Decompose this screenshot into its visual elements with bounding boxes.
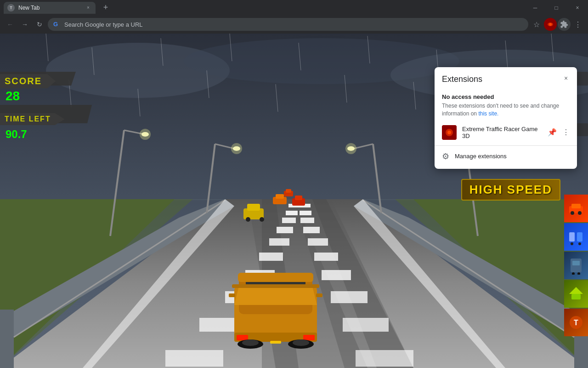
no-access-desc-text: These extensions don't need to see and c… — [442, 103, 559, 117]
svg-point-69 — [246, 217, 250, 222]
svg-rect-77 — [237, 335, 248, 340]
time-value: 90.7 — [6, 128, 27, 141]
game-area: SCORE 28 TIME LEFT 90.7 0.31 3.4 HIGH SP… — [0, 34, 588, 368]
extensions-button[interactable] — [558, 18, 571, 31]
time-label: TIME LEFT — [0, 113, 65, 125]
thumb-icon-2 — [567, 228, 585, 246]
svg-rect-118 — [572, 261, 580, 265]
svg-rect-38 — [314, 253, 338, 261]
extensions-popup: Extensions × No access needed These exte… — [435, 67, 577, 169]
high-speed-label: HIGH SPEED — [461, 179, 560, 201]
score-value: 28 — [6, 89, 20, 104]
window-controls: ─ □ × — [525, 0, 588, 15]
extension-item-racer[interactable]: Extreme Traffic Racer Game 3D 📌 ⋮ — [435, 121, 577, 144]
svg-point-119 — [572, 272, 575, 275]
svg-rect-37 — [308, 238, 328, 246]
svg-rect-74 — [238, 273, 313, 282]
svg-point-87 — [293, 339, 309, 346]
svg-rect-35 — [300, 218, 314, 223]
extensions-divider — [435, 145, 577, 146]
svg-point-115 — [571, 242, 573, 245]
manage-extensions-item[interactable]: ⚙ Manage extensions — [435, 148, 577, 165]
svg-rect-26 — [277, 227, 293, 233]
no-access-desc: These extensions don't need to see and c… — [435, 102, 577, 121]
svg-rect-79 — [270, 341, 281, 344]
game-thumb-3[interactable] — [564, 252, 588, 279]
back-button[interactable]: ← — [4, 18, 17, 31]
reload-button[interactable]: ↻ — [33, 18, 46, 31]
address-bar: ← → ↻ G Search Google or type a URL ☆ ⋮ — [0, 15, 588, 34]
svg-rect-42 — [356, 350, 413, 367]
score-label: SCORE — [0, 74, 56, 88]
svg-rect-39 — [322, 270, 351, 280]
svg-point-86 — [242, 339, 259, 346]
bookmark-button[interactable]: ☆ — [530, 18, 543, 31]
google-logo: G — [53, 21, 61, 28]
title-bar: T New Tab × + ─ □ × — [0, 0, 588, 15]
svg-rect-80 — [229, 293, 235, 297]
game-thumb-4[interactable] — [564, 280, 588, 308]
svg-marker-75 — [234, 287, 317, 305]
racer-icon-svg — [545, 19, 556, 30]
more-button[interactable]: ⋮ — [571, 18, 584, 31]
svg-rect-68 — [247, 204, 260, 211]
svg-point-112 — [578, 211, 582, 215]
svg-rect-64 — [276, 194, 284, 199]
svg-point-120 — [577, 272, 580, 275]
svg-rect-32 — [165, 350, 223, 367]
tab-close-button[interactable]: × — [85, 4, 92, 12]
extensions-popup-title: Extensions — [435, 75, 577, 90]
svg-rect-83 — [232, 284, 319, 288]
svg-rect-78 — [303, 335, 315, 340]
thumb-icon-1 — [567, 199, 585, 218]
svg-rect-62 — [286, 189, 291, 193]
close-button[interactable]: × — [567, 0, 588, 15]
thumb-icon-4 — [567, 285, 585, 303]
extension-more-button[interactable]: ⋮ — [562, 128, 570, 137]
new-tab-button[interactable]: + — [99, 1, 112, 14]
svg-rect-34 — [300, 211, 311, 215]
game-thumb-2[interactable] — [564, 223, 588, 251]
game-thumb-1[interactable] — [564, 195, 588, 222]
svg-text:T: T — [574, 319, 578, 327]
browser-tab[interactable]: T New Tab × — [4, 2, 96, 14]
svg-rect-114 — [577, 232, 582, 242]
svg-marker-122 — [569, 287, 583, 294]
thumb-icon-3 — [567, 256, 585, 275]
extension-racer-icon[interactable] — [544, 18, 557, 31]
svg-rect-18 — [0, 310, 14, 368]
thumb-icon-5: T — [567, 313, 585, 332]
svg-rect-36 — [303, 227, 320, 233]
game-thumb-5[interactable]: T — [564, 309, 588, 336]
svg-rect-40 — [331, 291, 368, 303]
svg-rect-81 — [316, 293, 322, 297]
extension-pin-button[interactable]: 📌 — [548, 128, 557, 137]
puzzle-icon — [560, 20, 568, 29]
this-site-link[interactable]: this site. — [478, 110, 498, 117]
svg-rect-28 — [259, 253, 283, 261]
svg-rect-25 — [282, 218, 296, 223]
maximize-button[interactable]: □ — [546, 0, 567, 15]
svg-rect-24 — [286, 211, 298, 215]
svg-point-127 — [447, 131, 451, 134]
svg-point-56 — [345, 143, 356, 154]
forward-button[interactable]: → — [18, 18, 31, 31]
minimize-button[interactable]: ─ — [525, 0, 546, 15]
no-access-title: No access needed — [435, 90, 577, 102]
extension-item-name: Extreme Traffic Racer Game 3D — [462, 126, 542, 139]
svg-point-111 — [571, 211, 574, 215]
svg-point-2 — [549, 23, 552, 26]
address-input-wrap[interactable]: G Search Google or type a URL — [48, 18, 528, 31]
toolbar-right: ☆ ⋮ — [530, 18, 584, 31]
svg-rect-113 — [569, 232, 575, 242]
svg-rect-41 — [343, 318, 389, 332]
extensions-close-button[interactable]: × — [560, 73, 571, 84]
gear-icon: ⚙ — [442, 151, 449, 161]
tab-favicon: T — [7, 4, 15, 12]
svg-point-48 — [231, 143, 242, 154]
side-thumbnails: T — [564, 195, 588, 336]
svg-point-116 — [578, 242, 581, 245]
svg-point-70 — [260, 217, 264, 222]
racer-ext-icon — [442, 125, 457, 140]
manage-extensions-label: Manage extensions — [455, 153, 507, 160]
